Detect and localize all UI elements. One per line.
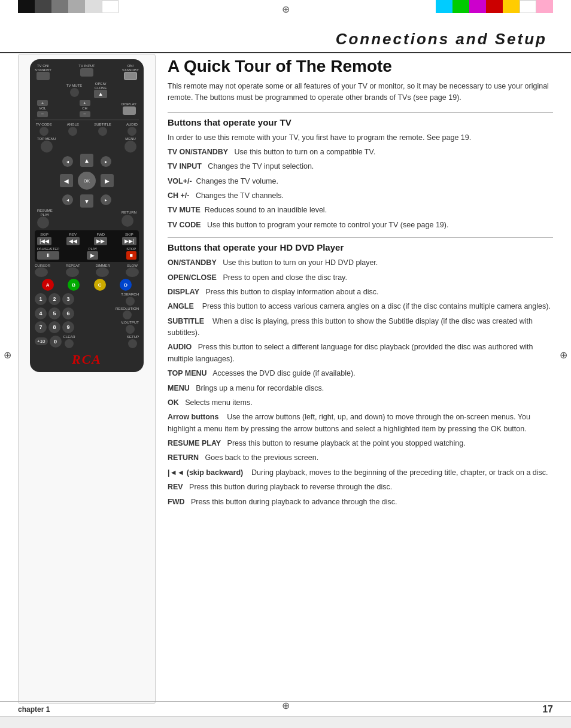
dvd-btn-3: DISPLAY Press this button to display inf… xyxy=(168,287,553,298)
cursor-btn[interactable] xyxy=(35,267,48,277)
play-label: PLAY xyxy=(87,247,98,251)
tv-mute-btn[interactable] xyxy=(70,88,79,97)
dvd-btn-12: RETURN Goes back to the previous screen. xyxy=(168,452,553,464)
tv-code-label: TV CODE xyxy=(36,123,52,127)
num-2-btn[interactable]: 2 xyxy=(48,293,60,305)
dimmer-label: DIMMER xyxy=(96,264,110,268)
on-standby-btn[interactable] xyxy=(124,72,137,80)
tv-on-standby-btn[interactable] xyxy=(37,72,50,80)
page-footer: chapter 1 17 xyxy=(0,701,571,715)
audio-btn[interactable] xyxy=(127,127,136,136)
color-bar xyxy=(85,0,102,13)
setup-btn[interactable] xyxy=(128,339,137,348)
slow-btn[interactable] xyxy=(126,267,139,277)
nav-up-btn[interactable]: ▲ xyxy=(80,154,93,167)
fwd-btn[interactable]: ▶▶ xyxy=(94,237,107,245)
pause-step-label: PAUSE/STEP xyxy=(37,247,59,251)
main-content: TV ON/STANDBY TV INPUT ON/STANDBY TV MUT… xyxy=(18,54,553,704)
pause-btn[interactable]: ⏸ xyxy=(37,251,59,260)
btn-d[interactable]: D xyxy=(120,279,132,291)
remote-panel: TV ON/STANDBY TV INPUT ON/STANDBY TV MUT… xyxy=(18,54,156,704)
ch-minus-btn[interactable]: − xyxy=(80,111,90,117)
remote-body: TV ON/STANDBY TV INPUT ON/STANDBY TV MUT… xyxy=(30,59,144,372)
skip-fwd-btn[interactable]: ▶▶| xyxy=(122,237,136,245)
tv-code-btn[interactable] xyxy=(40,127,48,136)
dvd-btn-11: RESUME PLAY Press this button to resume … xyxy=(168,438,553,449)
angle-btn[interactable] xyxy=(68,127,77,136)
dvd-btn-15: FWD Press this button during playback to… xyxy=(168,496,553,508)
t-search-btn[interactable] xyxy=(126,297,135,306)
open-close-btn[interactable]: ▲ xyxy=(94,90,107,98)
ch-label: CH xyxy=(82,106,87,111)
crosshair-right: ⊕ xyxy=(560,349,567,361)
rev-btn[interactable]: ◀◀ xyxy=(66,237,80,245)
resolution-label: RESOLUTION xyxy=(116,307,139,311)
resume-play-label: RESUMEPLAY xyxy=(37,209,53,217)
on-standby-label: ON/STANDBY xyxy=(122,64,139,72)
num-9-btn[interactable]: 9 xyxy=(62,321,74,333)
nav-left-btn[interactable]: ◀ xyxy=(60,174,73,187)
return-label: RETURN xyxy=(122,211,136,215)
t-search-label: T.SEARCH xyxy=(121,293,139,297)
tv-input-label: TV INPUT xyxy=(78,64,95,68)
vol-minus-btn[interactable]: − xyxy=(37,111,48,117)
num-0-btn[interactable]: 0 xyxy=(50,336,62,348)
ch-plus-btn[interactable]: + xyxy=(80,100,90,106)
num-3-btn[interactable]: 3 xyxy=(62,293,74,305)
stop-label: STOP xyxy=(126,247,136,251)
audio-label: AUDIO xyxy=(126,123,138,127)
crosshair-left: ⊕ xyxy=(4,349,11,361)
subtitle-btn[interactable] xyxy=(98,127,107,136)
tv-btn-2: TV INPUT Changes the TV input selection. xyxy=(168,161,553,172)
section2-heading: Buttons that operate your HD DVD Player xyxy=(168,242,553,252)
num-8-btn[interactable]: 8 xyxy=(48,321,60,333)
color-bar xyxy=(35,0,51,13)
vol-plus-btn[interactable]: + xyxy=(37,100,48,106)
num-1-btn[interactable]: 1 xyxy=(35,293,47,305)
return-btn[interactable] xyxy=(122,215,133,227)
vol-label: VOL xyxy=(39,106,46,111)
num-7-btn[interactable]: 7 xyxy=(35,321,47,333)
btn-c[interactable]: C xyxy=(94,279,106,291)
num-5-btn[interactable]: 5 xyxy=(48,307,60,319)
plus10-btn[interactable]: +10 xyxy=(35,337,48,345)
top-menu-label: TOP MENU xyxy=(37,137,56,141)
color-bar xyxy=(520,0,536,13)
nav-bl-btn[interactable]: ◂ xyxy=(62,194,73,205)
bottom-bar xyxy=(0,716,571,728)
num-4-btn[interactable]: 4 xyxy=(35,307,47,319)
rev-label: REV xyxy=(66,233,80,237)
btn-a[interactable]: A xyxy=(42,279,54,291)
open-close-label: OPEN/CLOSE xyxy=(95,82,107,90)
dvd-btn-5: SUBTITLE When a disc is playing, press t… xyxy=(168,316,553,339)
top-menu-btn[interactable] xyxy=(41,141,53,153)
skip-back-label: SKIP xyxy=(37,233,51,237)
skip-fwd-label: SKIP xyxy=(122,233,136,237)
ok-btn[interactable]: OK xyxy=(78,172,96,190)
nav-ul-btn[interactable]: ◂ xyxy=(62,156,73,167)
repeat-btn[interactable] xyxy=(66,267,79,277)
nav-br-btn[interactable]: ▸ xyxy=(101,194,111,205)
stop-btn[interactable]: ■ xyxy=(126,251,136,260)
display-btn[interactable] xyxy=(123,106,136,115)
nav-right-btn[interactable]: ▶ xyxy=(101,174,114,187)
btn-b[interactable]: B xyxy=(68,279,80,291)
dvd-btn-9: OK Selects menu items. xyxy=(168,397,553,409)
resolution-btn[interactable] xyxy=(123,310,132,319)
menu-label: MENU xyxy=(125,137,136,141)
v-output-btn[interactable] xyxy=(126,325,135,334)
nav-down-btn[interactable]: ▼ xyxy=(80,194,93,208)
menu-btn[interactable] xyxy=(124,141,136,153)
num-6-btn[interactable]: 6 xyxy=(62,307,74,319)
tv-btn-6: TV CODE Use this button to program your … xyxy=(168,220,553,231)
nav-ur-btn[interactable]: ▸ xyxy=(101,156,111,167)
crosshair-top: ⊕ xyxy=(282,4,290,15)
dimmer-btn[interactable] xyxy=(96,267,109,277)
fwd-label: FWD xyxy=(94,233,107,237)
play-btn[interactable]: ▶ xyxy=(87,251,98,260)
content-title: A Quick Tour of The Remote xyxy=(168,57,553,76)
clear-btn[interactable] xyxy=(65,339,74,348)
resume-play-btn[interactable] xyxy=(37,217,49,229)
skip-back-btn[interactable]: |◀◀ xyxy=(37,237,51,245)
tv-input-btn[interactable] xyxy=(80,68,93,77)
